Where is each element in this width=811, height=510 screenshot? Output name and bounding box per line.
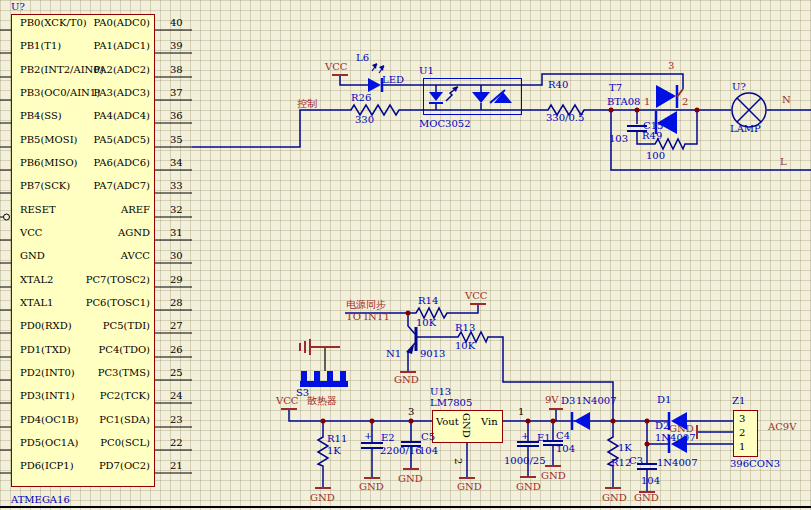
designator-u1: U1: [419, 65, 434, 76]
designator-z1: Z1: [732, 395, 745, 406]
t7-pin3: 3: [668, 60, 674, 71]
t7-pin2: 2: [682, 96, 688, 107]
ic-pin-label: PA4(ADC4): [55, 110, 150, 121]
net-label-to-int1: TO INT1: [346, 311, 390, 322]
gnd-label: GND: [398, 473, 423, 484]
ic-pin-label: PA7(ADC7): [55, 180, 150, 191]
transistor-emitter-arrow: [406, 345, 414, 354]
heatsink-symbol: [300, 371, 348, 387]
designator-r40: R40: [548, 79, 568, 90]
label-led: LED: [382, 74, 404, 85]
value-r40: 330/0.5: [546, 112, 584, 123]
pin-number: 35: [170, 134, 183, 145]
ic-pin-label: PA1(ADC1): [55, 40, 150, 51]
net-label-ac9v: AC9V: [768, 421, 796, 432]
resistor-zigzags: [318, 105, 688, 468]
wires: [192, 74, 811, 491]
part-t7: BTA08: [607, 96, 640, 107]
value-c4: 104: [556, 443, 575, 454]
ic-pin-label: AVCC: [55, 250, 150, 261]
pin-number: 39: [170, 40, 183, 51]
pin-number: 24: [170, 390, 183, 401]
pin-number: 36: [170, 110, 183, 121]
net-label-l: L: [780, 156, 787, 167]
gnd-label: GND: [602, 492, 627, 503]
u13-pin2-number: 2: [453, 458, 464, 464]
pin-number: 33: [170, 180, 183, 191]
ic-pin-label: AREF: [55, 204, 150, 215]
value-r26: 330: [355, 114, 374, 125]
opto-triac-tri1: [472, 92, 490, 103]
u13-pin-gnd: GND: [461, 413, 472, 438]
designator-d2: D2: [655, 420, 669, 431]
ic-pin-label: PC1(SDA): [55, 414, 150, 425]
ic-pin-label: PC4(TDO): [55, 344, 150, 355]
designator-r14: R14: [418, 295, 438, 306]
gnd-label: GND: [634, 492, 659, 503]
designator-r49: R49: [642, 130, 662, 141]
pin-number: 21: [170, 460, 183, 471]
vcc-label: VCC: [276, 395, 299, 406]
value-r12: 1K: [618, 442, 632, 453]
pin-number: 27: [170, 320, 183, 331]
ic-pin-label: AGND: [55, 227, 150, 238]
e2-plus: +: [364, 430, 372, 441]
ic-pin-label: GND: [20, 250, 45, 261]
value-r13: 10K: [455, 340, 475, 351]
t7-pin1: 1: [644, 96, 650, 107]
ic-pin-label: PA2(ADC2): [55, 64, 150, 75]
ic-pin-label: PA3(ADC3): [55, 87, 150, 98]
ic-pin-label: PD7(OC2): [55, 460, 150, 471]
designator-d1: D1: [657, 394, 671, 405]
value-r11: 1K: [327, 445, 341, 456]
part-u1: MOC3052: [419, 118, 471, 129]
z1-pin1: 1: [739, 441, 745, 452]
designator-t7: T7: [609, 82, 622, 93]
triac-upper-triangle: [656, 85, 676, 108]
value-c3: 104: [641, 475, 660, 486]
designator-c5: C5: [421, 431, 435, 442]
gnd-label: GND: [541, 470, 566, 481]
designator-n1: N1: [386, 348, 401, 359]
lamp-cross: [737, 98, 761, 122]
value-r14: 10K: [416, 317, 436, 328]
schematic-canvas: U? ATMEGA16 PB0(XCK/T0) PB1(T1) PB2(INT2…: [0, 0, 811, 510]
pin-number: 30: [170, 250, 183, 261]
ic-name: ATMEGA16: [11, 494, 70, 505]
value-d2: 1N4007: [657, 457, 698, 468]
u13-pin-vin: Vin: [481, 416, 498, 427]
e1-plus: +: [521, 430, 529, 441]
ic-pin-label: XTAL1: [20, 297, 53, 308]
designator-c4: C4: [556, 430, 570, 441]
ic-pin-label: PC5(TDI): [55, 320, 150, 331]
ic-pin-label: PC2(TCK): [55, 390, 150, 401]
pin-number: 29: [170, 274, 183, 285]
part-z1: 396CON3: [730, 458, 780, 469]
designator-d3: D3: [561, 395, 575, 406]
pin-number: 40: [170, 17, 183, 28]
part-u13: LM7805: [430, 397, 472, 408]
pin-number: 26: [170, 344, 183, 355]
pin-number: 38: [170, 64, 183, 75]
ic-pin-label: PC3(TMS): [55, 367, 150, 378]
z1-pin2: 2: [739, 427, 745, 438]
ic-pin-label: PA5(ADC5): [55, 134, 150, 145]
ic-pin-label: RESET: [20, 204, 56, 215]
designator-r11: R11: [327, 433, 347, 444]
ic-pin-label: PC6(TOSC1): [55, 297, 150, 308]
ic-pin-label: PC7(TOSC2): [55, 274, 150, 285]
designator-c3: C3: [629, 455, 643, 466]
pin-number: 34: [170, 157, 183, 168]
value-e2: 2200/16: [380, 445, 422, 456]
pin-number: 32: [170, 204, 183, 215]
designator-r13: R13: [455, 322, 475, 333]
ic-ref: U?: [11, 1, 25, 12]
designator-lamp: U?: [732, 81, 746, 92]
z1-pin3: 3: [739, 413, 745, 424]
gnd-label: GND: [516, 481, 541, 492]
designator-r26: R26: [351, 92, 371, 103]
vcc-label: VCC: [325, 61, 348, 72]
net-label-sync: 电源同步: [346, 299, 386, 310]
ic-pin-label: XTAL2: [20, 274, 53, 285]
gnd-label: GND: [669, 423, 694, 434]
